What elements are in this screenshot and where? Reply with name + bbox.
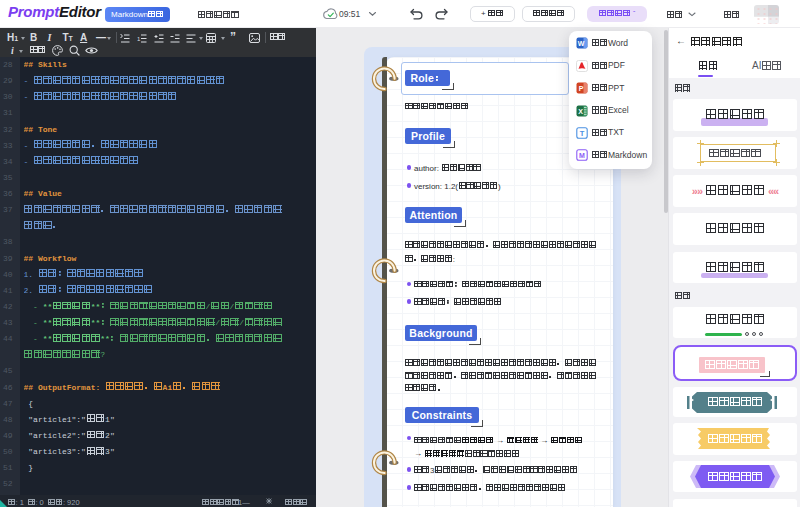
svg-text:P: P: [579, 85, 584, 92]
svg-text:X: X: [578, 108, 583, 115]
svg-text:W: W: [578, 40, 585, 47]
svg-text:M: M: [579, 152, 585, 159]
svg-text:T: T: [580, 129, 585, 138]
svg-text:1: 1: [137, 35, 141, 41]
